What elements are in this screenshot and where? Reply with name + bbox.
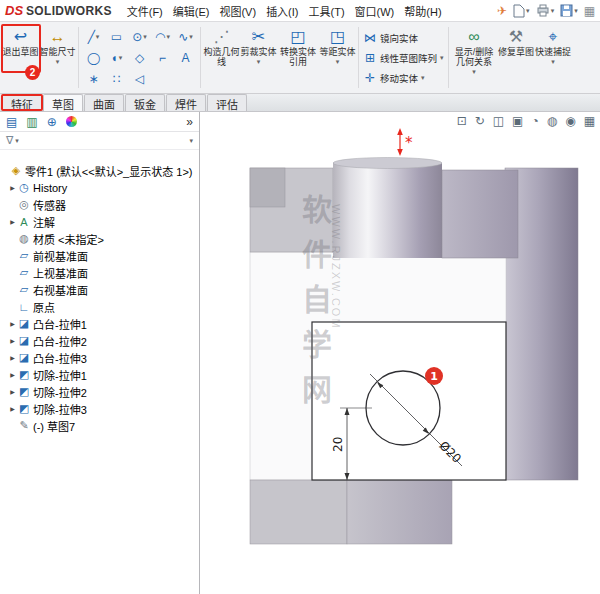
rectangle-icon[interactable]: ▭ [105,26,128,47]
construction-geometry-button[interactable]: ⋰ 构造几何线 [203,24,240,91]
graphics-viewport[interactable]: ⊡ ↻ ◫ ▣ ◔ ◍ ◉ ▦ [200,112,600,594]
zoom-fit-icon[interactable]: ⊡ [457,114,467,128]
tab-features[interactable]: 特征 [2,94,42,111]
polygon-icon[interactable]: ◇ [128,47,151,68]
ribbon-separator [448,27,449,88]
slot-icon[interactable]: ◖▾ [105,47,128,68]
tree-item-top-plane[interactable]: ▱ 上视基准面 [0,264,199,281]
display-delete-relations-button[interactable]: ∞ 显示/删除几何关系 ▾ [451,24,498,91]
tree-item-cut-extrude1[interactable]: ▶ ◩ 切除-拉伸1 [0,366,199,383]
filter-funnel-icon[interactable]: ∇ [6,134,13,147]
menu-edit[interactable]: 编辑(E) [168,1,215,21]
menu-view[interactable]: 视图(V) [214,1,261,21]
previous-view-icon[interactable]: ↻ [475,114,485,128]
convert-entities-button[interactable]: ◰ 转换实体引用 [277,24,319,91]
tab-surfaces[interactable]: 曲面 [84,94,124,111]
annotation-step-badge-2: 2 [25,65,40,80]
tree-item-label: History [33,182,67,194]
smart-dimension-button[interactable]: ↔ 智能尺寸 ▾ [39,24,76,91]
quick-access-toolbar: ✈ ▾ ▾ ▾ ▦ [497,4,595,18]
expand-arrow-icon[interactable]: ▶ [8,354,17,361]
tree-item-cut-extrude2[interactable]: ▶ ◩ 切除-拉伸2 [0,383,199,400]
tab-sketch[interactable]: 草图 [43,94,83,111]
exit-sketch-button[interactable]: ↩ 退出草图 [2,24,39,91]
tree-item-sketch7[interactable]: ✎ (-) 草图7 [0,417,199,434]
expand-arrow-icon[interactable]: ▶ [8,388,17,395]
display-style-icon[interactable]: ◔ [531,114,538,128]
print-button[interactable]: ▾ [536,4,555,17]
hide-items-icon[interactable]: ◍ [547,114,557,128]
save-button[interactable]: ▾ [560,4,578,17]
tab-sheet-metal[interactable]: 钣金 [125,94,165,111]
resources-icon[interactable]: ✈ [497,4,507,18]
options-grid-icon[interactable]: ▦ [584,4,595,18]
mirror-entities-button[interactable]: ⋈ 镜向实体 [363,28,444,48]
quick-snaps-button[interactable]: ⌖ 快速捕捉 ▾ [535,24,572,91]
save-icon [560,4,573,17]
tree-item-origin[interactable]: ∟ 原点 [0,298,199,315]
spline-icon[interactable]: ∿▾ [174,26,197,47]
tree-item-boss-extrude3[interactable]: ▶ ◪ 凸台-拉伸3 [0,349,199,366]
model-top-right-block [442,170,518,258]
sketch-origin-marker[interactable]: * [397,128,413,156]
tree-item-part[interactable]: ◈ 零件1 (默认<<默认>_显示状态 1>) [0,162,199,179]
menu-bar: DS SOLIDWORKS 文件(F) 编辑(E) 视图(V) 插入(I) 工具… [0,0,600,22]
featuremanager-tab-icon[interactable]: ▤ [6,115,17,129]
tree-item-boss-extrude1[interactable]: ▶ ◪ 凸台-拉伸1 [0,315,199,332]
point-icon[interactable]: ∗ [82,68,105,89]
expand-arrow-icon[interactable]: ▶ [8,405,17,412]
panel-flyout-icon[interactable]: » [186,115,193,129]
collapse-caret-icon[interactable]: ▾ [189,137,193,145]
sketch-rectangle[interactable] [312,322,506,480]
expand-arrow-icon[interactable]: ▶ [8,218,17,225]
expand-arrow-icon[interactable]: ▶ [8,184,17,191]
propertymanager-tab-icon[interactable]: ▥ [26,115,37,129]
tree-item-sensors[interactable]: ◎ 传感器 [0,196,199,213]
menu-insert[interactable]: 插入(I) [261,1,303,21]
tree-filter-row: ∇ ▾ ▾ [0,132,199,150]
repair-sketch-icon: ⚒ [509,27,523,47]
tree-item-history[interactable]: ▶ ◷ History [0,179,199,196]
tree-item-cut-extrude3[interactable]: ▶ ◩ 切除-拉伸3 [0,400,199,417]
tree-item-material[interactable]: ◍ 材质 <未指定> [0,230,199,247]
linear-sketch-pattern-button[interactable]: ⊞ 线性草图阵列 ▾ [363,48,444,68]
scene-icon[interactable]: ▦ [584,114,595,128]
text-icon[interactable]: A [174,47,197,68]
mirror-entities-icon: ⋈ [363,31,377,45]
menu-file[interactable]: 文件(F) [122,1,168,21]
tree-item-boss-extrude2[interactable]: ▶ ◪ 凸台-拉伸2 [0,332,199,349]
configurationmanager-tab-icon[interactable]: ⊕ [47,115,57,129]
expand-arrow-icon[interactable]: ▶ [8,371,17,378]
pattern-icon[interactable]: ∷ [105,68,128,89]
tree-item-right-plane[interactable]: ▱ 右视基准面 [0,281,199,298]
line-icon[interactable]: ╱▾ [82,26,105,47]
new-document-button[interactable]: ▾ [513,4,530,18]
circle-icon[interactable]: ⊙▾ [128,26,151,47]
tree-item-annotations[interactable]: ▶ A 注解 [0,213,199,230]
expand-arrow-icon[interactable]: ▶ [8,320,17,327]
expand-arrow-icon[interactable]: ▶ [8,337,17,344]
ribbon-separator [200,27,201,88]
menu-window[interactable]: 窗口(W) [350,1,400,21]
view-orientation-icon[interactable]: ▣ [512,114,523,128]
vertical-dimension-text[interactable]: 20 [331,437,345,452]
arc-icon[interactable]: ◠▾ [151,26,174,47]
offset-entities-button[interactable]: ◳ 等距实体 ▾ [319,24,356,91]
menu-tools[interactable]: 工具(T) [304,1,350,21]
ellipse-icon[interactable]: ◯ [82,47,105,68]
tab-evaluate[interactable]: 评估 [207,94,247,111]
trim-entities-button[interactable]: ✂ 剪裁实体 ▾ [240,24,277,91]
mirror-small-icon[interactable]: ◁ [128,68,151,89]
appearances-icon[interactable]: ◉ [565,114,575,128]
dropdown-caret-icon: ▾ [119,54,123,62]
move-entities-button[interactable]: ✛ 移动实体 ▾ [363,68,444,88]
dropdown-caret-icon[interactable]: ▾ [15,137,19,145]
fillet-icon[interactable]: ⌐ [151,47,174,68]
dropdown-caret-icon: ▾ [257,57,261,67]
menu-help[interactable]: 帮助(H) [399,1,446,21]
repair-sketch-button[interactable]: ⚒ 修复草图 [498,24,535,91]
tab-weldments[interactable]: 焊件 [166,94,206,111]
displaymanager-tab-icon[interactable] [66,116,77,127]
tree-item-front-plane[interactable]: ▱ 前视基准面 [0,247,199,264]
section-view-icon[interactable]: ◫ [493,114,504,128]
